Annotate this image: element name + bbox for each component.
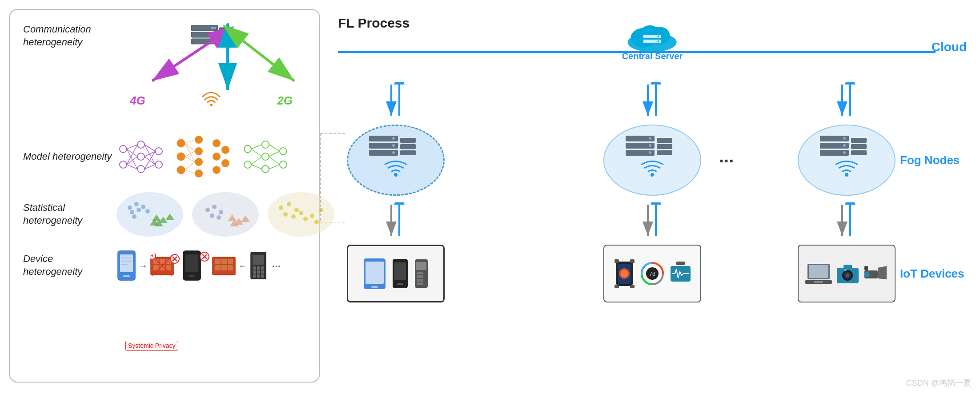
svg-line-69 [251, 145, 262, 149]
svg-rect-206 [657, 150, 672, 155]
svg-point-91 [219, 210, 223, 214]
svg-rect-246 [814, 281, 823, 283]
svg-rect-110 [123, 275, 130, 277]
arrow-cloud-fog-1 [382, 82, 409, 118]
svg-point-64 [262, 141, 269, 148]
phone-icon-1 [391, 258, 409, 289]
arrow-cloud-fog-3 [833, 82, 860, 118]
svg-point-27 [137, 153, 145, 160]
svg-line-55 [185, 140, 195, 143]
svg-point-82 [145, 209, 150, 214]
svg-rect-224 [676, 262, 685, 265]
svg-point-67 [280, 148, 287, 155]
scatter-oval-2 [192, 192, 259, 237]
right-panel: FL Process Cloud Central Server [333, 9, 971, 386]
arrow-cloud-fog-2 [639, 82, 666, 118]
svg-point-159 [658, 36, 659, 37]
arrow-fog-iot-3 [833, 202, 860, 238]
svg-point-66 [262, 165, 269, 173]
svg-point-62 [244, 145, 251, 153]
svg-point-100 [294, 208, 299, 212]
central-server-label: Central Server [622, 51, 683, 61]
svg-line-72 [251, 165, 262, 169]
comm-visuals: 4G 2G [116, 23, 306, 112]
arrow-fog-iot-2 [639, 202, 666, 238]
svg-line-73 [269, 145, 280, 151]
svg-point-68 [280, 161, 287, 168]
svg-marker-94 [228, 214, 237, 221]
svg-point-168 [392, 144, 395, 147]
svg-line-70 [251, 149, 262, 157]
svg-rect-187 [417, 272, 420, 274]
svg-point-46 [195, 136, 203, 144]
svg-point-170 [392, 151, 395, 154]
svg-point-207 [651, 173, 654, 177]
svg-point-105 [310, 214, 314, 218]
camera-icon [835, 262, 860, 285]
svg-line-56 [185, 143, 195, 151]
svg-point-53 [221, 146, 229, 154]
svg-line-33 [127, 149, 137, 169]
fog-server-icon-2 [612, 131, 692, 189]
svg-point-65 [262, 153, 269, 160]
svg-point-92 [210, 214, 214, 218]
stat-visuals [116, 192, 334, 237]
cloud-icon [623, 18, 681, 53]
smartwatch-icon [612, 259, 637, 288]
svg-point-43 [177, 139, 185, 147]
comm-label: Communication heterogeneity [23, 23, 112, 48]
svg-rect-219 [630, 285, 635, 288]
svg-point-30 [155, 161, 162, 168]
svg-rect-131 [189, 275, 195, 277]
security-camera-icon [864, 262, 888, 285]
firewall-icon-2 [212, 254, 236, 278]
svg-rect-180 [365, 262, 384, 284]
neural-net-purple [116, 138, 165, 176]
svg-rect-186 [416, 262, 426, 270]
svg-marker-84 [152, 214, 161, 221]
fog-oval-3-container: Fog Nodes [798, 125, 896, 196]
svg-rect-204 [657, 138, 672, 143]
comm-heterogeneity-row: Communication heterogeneity [23, 23, 306, 121]
svg-point-230 [843, 137, 846, 140]
svg-point-45 [177, 166, 185, 174]
scatter-oval-3 [268, 192, 334, 237]
svg-point-98 [279, 206, 283, 210]
svg-rect-218 [615, 285, 619, 288]
svg-marker-88 [165, 214, 174, 220]
svg-line-32 [127, 149, 137, 157]
statistical-heterogeneity-row: Statistical heterogeneity [23, 192, 306, 237]
svg-point-47 [195, 147, 203, 155]
svg-rect-184 [397, 283, 403, 285]
svg-line-20 [152, 41, 212, 81]
svg-marker-97 [241, 215, 250, 222]
arrow-fog-iot-1 [382, 202, 409, 238]
svg-point-77 [128, 206, 132, 210]
svg-point-174 [394, 173, 398, 177]
svg-point-52 [213, 166, 221, 174]
fog-oval-1-selected [347, 125, 445, 196]
svg-rect-138 [228, 259, 233, 264]
svg-line-61 [185, 170, 195, 173]
svg-line-22 [243, 41, 294, 81]
svg-rect-151 [257, 274, 260, 278]
svg-rect-148 [257, 270, 260, 274]
left-panel: Communication heterogeneity [9, 9, 320, 383]
model-label: Model heterogeneity [23, 150, 112, 163]
model-visuals [116, 134, 306, 179]
svg-point-201 [649, 144, 651, 147]
svg-rect-149 [261, 270, 264, 274]
svg-rect-205 [657, 144, 672, 149]
model-heterogeneity-row: Model heterogeneity [23, 134, 306, 179]
heart-monitor [668, 259, 693, 288]
svg-point-156 [640, 25, 660, 41]
svg-point-24 [120, 145, 127, 153]
svg-line-71 [251, 157, 262, 165]
x-badge-2 [200, 252, 209, 262]
svg-point-89 [205, 208, 210, 212]
svg-rect-191 [417, 279, 420, 282]
privacy-label: Systemic Privacy [125, 341, 178, 351]
fl-process-title: FL Process [338, 16, 410, 31]
svg-rect-216 [615, 259, 619, 263]
svg-line-60 [185, 162, 195, 170]
